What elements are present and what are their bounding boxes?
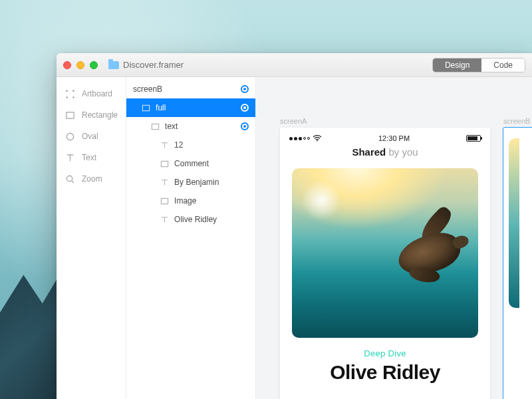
tool-palette: Artboard Rectangle Oval Text xyxy=(57,77,126,399)
folder-icon xyxy=(108,61,119,69)
signal-dots-icon xyxy=(289,137,310,140)
feature-image xyxy=(292,168,478,338)
wifi-icon xyxy=(313,135,322,142)
turtle-graphic xyxy=(362,201,478,312)
svg-rect-0 xyxy=(66,112,73,118)
target-icon[interactable] xyxy=(241,122,249,130)
tool-label: Oval xyxy=(82,132,98,141)
layer-label: screenB xyxy=(133,84,162,94)
tool-rectangle[interactable]: Rectangle xyxy=(57,105,126,125)
layer-label: text xyxy=(165,122,178,131)
layer-olive-ridley[interactable]: Olive Ridley xyxy=(126,210,255,229)
search-icon xyxy=(65,174,75,184)
layer-by-benjamin[interactable]: By Benjamin xyxy=(126,173,255,192)
layer-label: By Benjamin xyxy=(174,178,219,187)
tool-artboard[interactable]: Artboard xyxy=(57,84,126,104)
shared-light: by you xyxy=(386,146,418,158)
text-icon xyxy=(160,215,169,224)
window-body: Artboard Rectangle Oval Text xyxy=(57,77,532,399)
design-tab[interactable]: Design xyxy=(433,59,481,72)
artboard-label-b[interactable]: screenB xyxy=(503,117,530,125)
rectangle-icon xyxy=(65,110,75,120)
text-icon xyxy=(160,178,169,187)
tool-text[interactable]: Text xyxy=(57,148,126,168)
svg-point-1 xyxy=(66,133,73,140)
canvas[interactable]: screenA 12:30 PM Shared by you xyxy=(256,77,532,399)
text-icon xyxy=(160,140,169,150)
layer-label: full xyxy=(156,103,166,112)
layer-12[interactable]: 12 xyxy=(126,136,255,154)
layer-image[interactable]: Image xyxy=(126,192,255,210)
layer-label: Comment xyxy=(174,159,209,168)
layer-text[interactable]: text xyxy=(126,117,255,136)
rect-icon xyxy=(160,196,169,205)
tool-zoom[interactable]: Zoom xyxy=(57,169,126,189)
rect-icon xyxy=(141,103,150,112)
category-label: Deep Dive xyxy=(280,348,490,358)
layer-comment[interactable]: Comment xyxy=(126,154,255,173)
status-bar: 12:30 PM xyxy=(280,128,490,145)
svg-rect-3 xyxy=(142,105,149,110)
tool-label: Artboard xyxy=(82,89,112,98)
rect-icon xyxy=(150,122,160,131)
layer-full[interactable]: full xyxy=(126,98,255,117)
card-title: Olive Ridley xyxy=(280,361,490,384)
titlebar: Discover.framer Design Code xyxy=(57,53,532,77)
document-name: Discover.framer xyxy=(123,60,184,70)
oval-icon xyxy=(65,131,75,142)
status-time: 12:30 PM xyxy=(378,134,410,142)
svg-rect-4 xyxy=(152,124,158,129)
mode-segmented-control[interactable]: Design Code xyxy=(432,58,525,72)
tool-label: Rectangle xyxy=(82,110,118,120)
svg-rect-5 xyxy=(161,161,168,166)
layer-label: 12 xyxy=(174,140,183,150)
app-window: Discover.framer Design Code Artboard Rec… xyxy=(57,53,532,399)
tool-label: Zoom xyxy=(82,174,102,184)
layer-label: Image xyxy=(174,196,196,205)
tool-label: Text xyxy=(82,153,96,162)
minimize-button[interactable] xyxy=(76,61,84,69)
svg-point-7 xyxy=(317,140,318,142)
code-tab[interactable]: Code xyxy=(481,59,525,72)
layer-label: Olive Ridley xyxy=(174,215,217,224)
zoom-button[interactable] xyxy=(90,61,98,69)
svg-rect-6 xyxy=(161,198,168,203)
battery-icon xyxy=(466,135,481,142)
target-icon[interactable] xyxy=(241,85,249,93)
artboard-icon xyxy=(65,88,75,99)
feature-image-peek xyxy=(509,138,519,308)
artboard-screenA[interactable]: 12:30 PM Shared by you Deep Dive Olive R… xyxy=(280,128,490,399)
sun-flare xyxy=(301,180,341,220)
artboard-label-a[interactable]: screenA xyxy=(280,117,307,125)
svg-point-2 xyxy=(66,176,72,181)
layer-panel: screenB full text 12 xyxy=(126,77,256,399)
text-icon xyxy=(65,152,75,163)
tool-oval[interactable]: Oval xyxy=(57,126,126,146)
rect-icon xyxy=(160,159,169,168)
target-icon[interactable] xyxy=(241,104,249,112)
shared-heading: Shared by you xyxy=(280,146,490,158)
close-button[interactable] xyxy=(63,61,71,69)
document-title: Discover.framer xyxy=(108,60,184,70)
window-controls xyxy=(63,61,98,69)
layer-screenB[interactable]: screenB xyxy=(126,80,255,98)
shared-bold: Shared xyxy=(352,146,386,158)
artboard-screenB[interactable] xyxy=(503,128,532,399)
